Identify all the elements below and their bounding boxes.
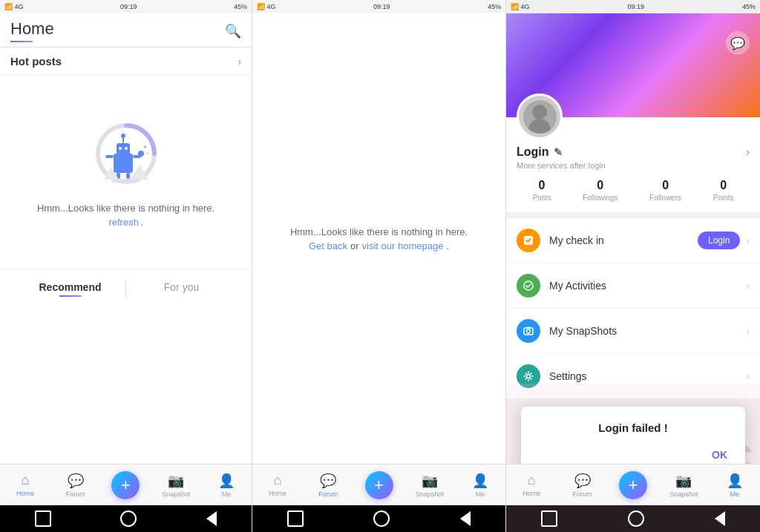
login-failed-dialog: Login failed ! OK bbox=[521, 407, 745, 473]
s2-snapshot-icon: 📷 bbox=[422, 473, 438, 489]
avatar-silhouette bbox=[523, 100, 557, 134]
s2-back-btn[interactable] bbox=[460, 511, 471, 526]
screen3-profile: 📶 4G 09:19 45% 💬 Login ✎ › More services… bbox=[506, 0, 760, 532]
system-square-btn[interactable] bbox=[35, 510, 51, 527]
menu-item-snapshots[interactable]: My SnapShots › bbox=[506, 309, 760, 354]
followings-label: Followings bbox=[583, 194, 618, 202]
screen2-nav-snapshot[interactable]: 📷 Snapshot bbox=[404, 473, 455, 498]
svg-rect-1 bbox=[114, 154, 133, 173]
svg-text:✦: ✦ bbox=[145, 151, 149, 156]
stat-posts: 0 Posts bbox=[532, 179, 551, 202]
svg-rect-21 bbox=[527, 327, 530, 329]
screen1-time: 09:19 bbox=[120, 3, 137, 10]
checkin-label: My check in bbox=[549, 234, 698, 246]
login-text: Login bbox=[517, 145, 549, 159]
nav-add-button[interactable]: + bbox=[101, 471, 151, 499]
tabs-row: Recommend For you bbox=[0, 277, 252, 301]
activities-label: My Activities bbox=[549, 280, 746, 292]
profile-chevron[interactable]: › bbox=[746, 145, 750, 159]
refresh-text[interactable]: refresh bbox=[108, 217, 138, 228]
screen1-home: 📶 4G 09:19 45% Home 🔍 Hot posts › bbox=[0, 0, 252, 532]
screen2-empty-text: Hmm...Looks like there is nothing in her… bbox=[290, 226, 468, 237]
stat-followings: 0 Followings bbox=[583, 179, 618, 202]
profile-login-row: Login ✎ › bbox=[517, 145, 750, 159]
empty-state: ✦ ✦ Hmm...Looks like there is nothing in… bbox=[0, 76, 252, 269]
home-title-group: Home bbox=[10, 19, 54, 42]
message-icon[interactable]: 💬 bbox=[726, 31, 750, 55]
menu-item-checkin[interactable]: My check in Login › bbox=[506, 218, 760, 263]
or-text: or bbox=[350, 240, 359, 252]
settings-chevron: › bbox=[746, 370, 750, 382]
screen3-signal: 📶 4G bbox=[511, 3, 530, 10]
posts-count: 0 bbox=[538, 179, 545, 192]
edit-profile-icon[interactable]: ✎ bbox=[554, 146, 563, 158]
nav-home[interactable]: ⌂ Home bbox=[0, 473, 50, 497]
s3-snapshot-icon: 📷 bbox=[675, 473, 692, 489]
s2-square-btn[interactable] bbox=[287, 510, 304, 527]
profile-header-bg: 💬 bbox=[506, 13, 760, 117]
svg-point-22 bbox=[527, 375, 531, 378]
nav-forum[interactable]: 💬 Forum bbox=[50, 473, 101, 498]
screen2-nav-home[interactable]: ⌂ Home bbox=[252, 473, 303, 497]
settings-label: Settings bbox=[549, 370, 746, 382]
screen2-time: 09:19 bbox=[373, 3, 390, 10]
screen3-nav-me[interactable]: 👤 Me bbox=[710, 473, 760, 498]
nav-me[interactable]: 👤 Me bbox=[201, 473, 252, 498]
center-add-icon[interactable]: + bbox=[111, 471, 140, 499]
profile-stats: 0 Posts 0 Followings 0 Followers 0 Point… bbox=[517, 179, 750, 202]
hot-posts-chevron[interactable]: › bbox=[238, 56, 241, 68]
s2-forum-icon: 💬 bbox=[320, 473, 336, 489]
profile-subtitle: More services after login bbox=[517, 161, 750, 170]
screen3-battery: 45% bbox=[742, 3, 756, 10]
dialog-ok-button[interactable]: OK bbox=[706, 446, 733, 464]
nav-snapshot[interactable]: 📷 Snapshot bbox=[151, 473, 201, 498]
menu-section: My check in Login › My Activities › bbox=[506, 218, 760, 398]
s3-forum-icon: 💬 bbox=[574, 473, 591, 489]
svg-point-4 bbox=[121, 134, 125, 138]
screen3-status-bar: 📶 4G 09:19 45% bbox=[506, 0, 760, 13]
screen3-bottom-nav: ⌂ Home 💬 Forum + 📷 Snapshot 👤 Me bbox=[506, 464, 760, 505]
profile-login-name: Login ✎ bbox=[517, 145, 563, 159]
screen3-nav-snapshot[interactable]: 📷 Snapshot bbox=[658, 473, 709, 498]
followers-count: 0 bbox=[662, 179, 669, 192]
hot-posts-row[interactable]: Hot posts › bbox=[0, 47, 252, 76]
s2-center-add-icon[interactable]: + bbox=[365, 471, 393, 499]
snapshot-icon: 📷 bbox=[168, 473, 184, 489]
followers-label: Followers bbox=[649, 194, 681, 202]
period: . bbox=[140, 217, 143, 228]
activities-chevron: › bbox=[746, 280, 750, 292]
s2-home-icon: ⌂ bbox=[274, 473, 282, 488]
get-back-link[interactable]: Get back bbox=[309, 240, 347, 252]
followings-count: 0 bbox=[597, 179, 603, 192]
screen2-battery: 45% bbox=[488, 3, 501, 10]
snapshots-chevron: › bbox=[746, 325, 750, 337]
svg-rect-8 bbox=[126, 173, 130, 179]
screen2-nav-forum[interactable]: 💬 Forum bbox=[303, 473, 353, 498]
checkin-login-button[interactable]: Login bbox=[698, 231, 740, 249]
screen3-nav-home[interactable]: ⌂ Home bbox=[506, 473, 557, 497]
screen2-nav-add[interactable]: + bbox=[353, 471, 404, 499]
screen2-nav-me[interactable]: 👤 Me bbox=[455, 473, 505, 498]
search-icon[interactable]: 🔍 bbox=[225, 23, 241, 39]
s3-center-add-icon[interactable]: + bbox=[619, 471, 647, 499]
system-back-btn[interactable] bbox=[206, 511, 217, 526]
screen2-forum: 📶 4G 09:19 45% Hmm...Looks like there is… bbox=[252, 0, 506, 532]
tab-for-you[interactable]: For you bbox=[126, 277, 237, 301]
tab-recommend[interactable]: Recommend bbox=[15, 277, 125, 301]
s2-circle-btn[interactable] bbox=[373, 510, 390, 527]
refresh-link[interactable]: refresh . bbox=[108, 217, 142, 228]
screen2-links: Get back or visit our homepage . bbox=[309, 240, 449, 252]
svg-point-6 bbox=[125, 147, 128, 150]
posts-label: Posts bbox=[532, 194, 551, 202]
snapshots-label: My SnapShots bbox=[549, 325, 746, 337]
system-circle-btn[interactable] bbox=[120, 510, 137, 527]
activities-icon bbox=[517, 274, 540, 298]
forum-icon: 💬 bbox=[68, 473, 84, 489]
screen1-header: Home 🔍 bbox=[0, 13, 252, 47]
visit-link[interactable]: visit our homepage bbox=[362, 240, 444, 252]
menu-item-activities[interactable]: My Activities › bbox=[506, 263, 760, 309]
screen3-nav-add[interactable]: + bbox=[608, 471, 658, 499]
screen3-nav-forum[interactable]: 💬 Forum bbox=[557, 473, 607, 498]
screen3-time: 09:19 bbox=[627, 3, 644, 10]
screen2-body: Hmm...Looks like there is nothing in her… bbox=[252, 13, 505, 464]
